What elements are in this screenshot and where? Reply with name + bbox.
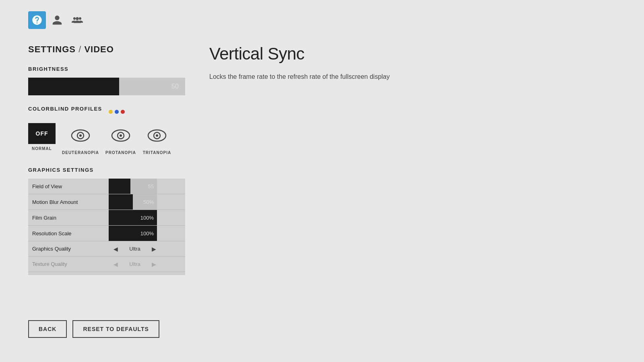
table-row: Film Grain 100% <box>28 210 185 226</box>
row-label-fov: Field of View <box>28 179 105 194</box>
row-label-texturefiltering: Texture Filtering <box>28 272 105 276</box>
table-row: Texture Filtering ◀ Ultra ▶ <box>28 272 185 276</box>
graphics-table-wrapper[interactable]: Field of View 55 Motion Blur Amount <box>28 179 189 275</box>
back-button[interactable]: BACK <box>28 320 67 338</box>
reset-button[interactable]: RESET TO DEFAULTS <box>72 320 159 338</box>
color-dots <box>109 110 125 114</box>
arrow-left-texture[interactable]: ◀ <box>112 260 120 268</box>
colorblind-option-label-tritanopia: TRITANOPIA <box>143 150 171 155</box>
colorblind-option-normal[interactable]: OFF NORMAL <box>28 123 56 155</box>
content-area: SETTINGS / VIDEO BRIGHTNESS 50 COLORBLIN… <box>28 44 644 362</box>
row-label-resscale: Resolution Scale <box>28 226 105 241</box>
colorblind-option-deuteranopia[interactable]: DEUTERANOPIA <box>62 123 99 155</box>
quality-cell-texture: ◀ Ultra ▶ <box>105 257 185 272</box>
brightness-slider[interactable]: 50 <box>28 78 185 95</box>
table-row: Motion Blur Amount 50% <box>28 194 185 210</box>
colorblind-option-protanopia[interactable]: PROTANOPIA <box>105 123 136 155</box>
quality-val-graphics: Ultra <box>127 246 143 252</box>
colorblind-option-label-deuteranopia: DEUTERANOPIA <box>62 150 99 155</box>
quality-cell-filtering: ◀ Ultra ▶ <box>105 272 185 276</box>
svg-point-8 <box>156 134 158 137</box>
group-icon-button[interactable] <box>68 11 86 29</box>
eye-icon-protanopia <box>106 123 135 148</box>
person-icon <box>52 14 63 26</box>
brightness-value: 50 <box>171 83 179 90</box>
row-label-filmgrain: Film Grain <box>28 210 105 226</box>
quality-cell-graphics: ◀ Ultra ▶ <box>105 241 185 257</box>
quality-val-texture: Ultra <box>127 261 143 267</box>
help-icon-button[interactable] <box>28 11 46 29</box>
help-icon <box>31 14 43 26</box>
svg-point-2 <box>79 134 82 137</box>
eye-icon-tritanopia <box>142 123 171 148</box>
row-label-graphicsquality: Graphics Quality <box>28 241 105 257</box>
arrow-right-texture[interactable]: ▶ <box>150 260 158 268</box>
table-row: Texture Quality ◀ Ultra ▶ <box>28 257 185 272</box>
panel-title: Vertical Sync <box>209 44 451 64</box>
colorblind-options: OFF NORMAL DEUTERANOPIA <box>28 123 644 155</box>
eye-icon-deuteranopia <box>66 123 95 148</box>
arrow-left-graphics[interactable]: ◀ <box>112 245 120 253</box>
off-box: OFF <box>28 123 56 144</box>
colorblind-header: COLORBLIND PROFILES <box>28 106 644 117</box>
colorblind-section: COLORBLIND PROFILES OFF NORMAL <box>28 106 644 155</box>
right-panel: Vertical Sync Locks the frame rate to th… <box>209 44 451 82</box>
graphics-section: GRAPHICS SETTINGS Field of View 55 <box>28 167 644 275</box>
table-row: Resolution Scale 100% <box>28 226 185 241</box>
dot-blue <box>115 110 119 114</box>
dot-red <box>121 110 125 114</box>
top-bar <box>28 11 86 29</box>
person-icon-button[interactable] <box>48 11 66 29</box>
panel-description: Locks the frame rate to the refresh rate… <box>209 72 451 82</box>
graphics-label: GRAPHICS SETTINGS <box>28 167 644 173</box>
row-slider-resscale[interactable]: 100% <box>105 226 185 241</box>
table-row: Graphics Quality ◀ Ultra ▶ <box>28 241 185 257</box>
colorblind-label: COLORBLIND PROFILES <box>28 106 102 112</box>
dot-yellow <box>109 110 113 114</box>
bottom-buttons: BACK RESET TO DEFAULTS <box>28 320 159 338</box>
arrow-right-graphics[interactable]: ▶ <box>150 245 158 253</box>
colorblind-option-label-protanopia: PROTANOPIA <box>105 150 136 155</box>
row-label-texturequality: Texture Quality <box>28 257 105 272</box>
brightness-fill <box>28 78 119 95</box>
svg-point-5 <box>120 134 122 137</box>
row-label-motionblur: Motion Blur Amount <box>28 194 105 210</box>
table-row: Field of View 55 <box>28 179 185 194</box>
colorblind-option-tritanopia[interactable]: TRITANOPIA <box>142 123 171 155</box>
colorblind-option-label-normal: NORMAL <box>32 146 52 151</box>
row-slider-fov[interactable]: 55 <box>105 179 185 194</box>
graphics-table: Field of View 55 Motion Blur Amount <box>28 179 185 275</box>
row-slider-filmgrain[interactable]: 100% <box>105 210 185 226</box>
row-slider-motionblur[interactable]: 50% <box>105 194 185 210</box>
group-icon <box>72 14 83 26</box>
